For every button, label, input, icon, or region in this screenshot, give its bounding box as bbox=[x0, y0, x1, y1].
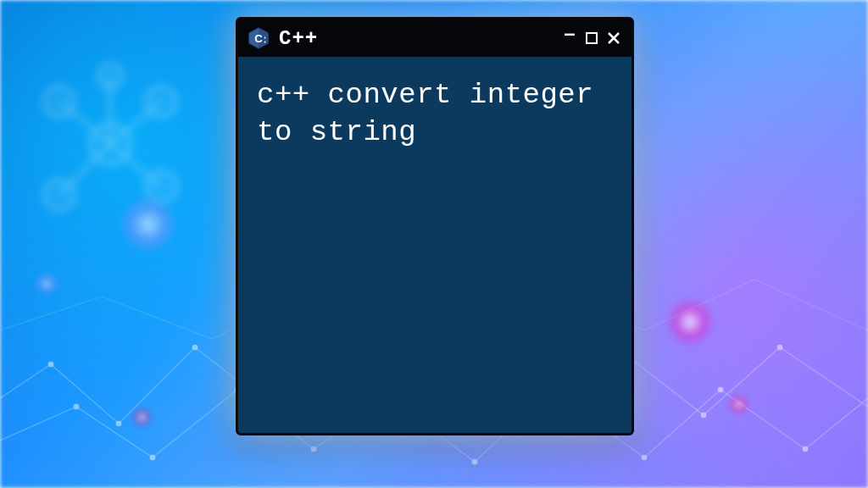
svg-text:+: + bbox=[264, 40, 266, 44]
svg-point-31 bbox=[803, 446, 808, 452]
window-title: C++ bbox=[279, 27, 552, 50]
window-controls: – bbox=[560, 29, 623, 47]
svg-point-20 bbox=[701, 413, 706, 418]
svg-point-29 bbox=[642, 455, 647, 460]
svg-point-22 bbox=[74, 404, 79, 409]
svg-point-30 bbox=[718, 387, 723, 392]
svg-point-11 bbox=[48, 362, 53, 367]
maximize-button[interactable] bbox=[582, 29, 601, 47]
terminal-window: C + + C++ – c++ convert integer to strin… bbox=[236, 17, 634, 435]
svg-point-23 bbox=[150, 455, 155, 460]
svg-point-13 bbox=[192, 345, 198, 350]
close-button[interactable] bbox=[604, 29, 623, 47]
cpp-logo-icon: C + + bbox=[247, 26, 270, 50]
glow-dot bbox=[665, 297, 715, 347]
svg-point-21 bbox=[777, 345, 782, 350]
svg-point-27 bbox=[472, 459, 477, 464]
svg-point-12 bbox=[116, 421, 121, 426]
glow-dot bbox=[131, 407, 153, 428]
titlebar[interactable]: C + + C++ – bbox=[238, 19, 632, 57]
svg-text:+: + bbox=[264, 36, 266, 40]
glow-dot bbox=[728, 394, 749, 415]
glow-dot bbox=[34, 271, 59, 297]
svg-point-25 bbox=[311, 446, 316, 452]
svg-text:C: C bbox=[254, 32, 263, 45]
minimize-button[interactable]: – bbox=[560, 29, 579, 47]
terminal-content: c++ convert integer to string bbox=[238, 57, 632, 433]
svg-rect-37 bbox=[587, 33, 597, 43]
glow-dot bbox=[119, 195, 178, 254]
